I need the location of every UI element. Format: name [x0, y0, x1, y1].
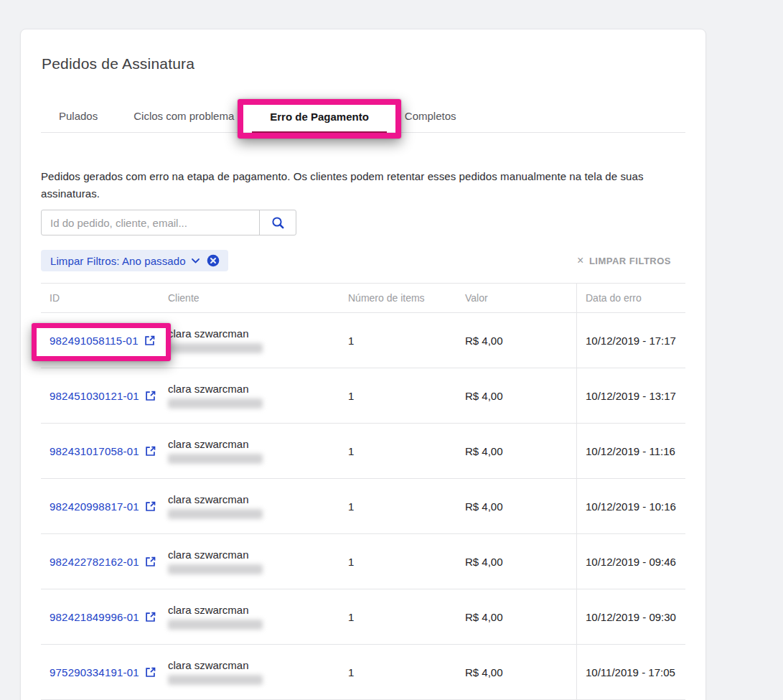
items-count: 1: [348, 645, 465, 699]
error-date: 10/12/2019 - 13:17: [576, 368, 685, 423]
order-id-link[interactable]: 982422782162-01: [50, 556, 139, 568]
column-header-cliente: Cliente: [168, 284, 348, 312]
search-input[interactable]: [42, 210, 259, 235]
page-title: Pedidos de Assinatura: [42, 55, 685, 73]
client-name: clara szwarcman: [168, 493, 249, 505]
table-header-row: ID Cliente Número de items Valor Data do…: [41, 283, 685, 313]
table-row: 982421849996-01 clara szwarcman 1 R$ 4,0…: [41, 589, 685, 645]
table-row: 982422782162-01 clara szwarcman 1 R$ 4,0…: [41, 534, 685, 589]
column-header-numero-de-items: Número de items: [348, 284, 465, 312]
client-name: clara szwarcman: [168, 549, 249, 561]
external-link-icon[interactable]: [145, 667, 156, 678]
table-body: 982491058115-01 clara szwarcman 1 R$ 4,0…: [41, 313, 685, 700]
tab-ciclos-com-problema[interactable]: Ciclos com problema: [116, 110, 252, 132]
items-count: 1: [348, 479, 465, 533]
client-name: clara szwarcman: [168, 327, 249, 340]
client-name: clara szwarcman: [168, 659, 249, 671]
order-id-link[interactable]: 982420998817-01: [50, 500, 139, 513]
order-value: R$ 4,00: [465, 368, 576, 423]
table-row: 982420998817-01 clara szwarcman 1 R$ 4,0…: [41, 479, 685, 534]
error-date: 10/12/2019 - 17:17: [576, 313, 685, 368]
table-row: 975290334191-01 clara szwarcman 1 R$ 4,0…: [41, 645, 685, 700]
client-email-redacted: [168, 675, 263, 685]
column-header-id: ID: [41, 284, 168, 312]
filter-chip-ano-passado[interactable]: Limpar Filtros: Ano passado: [41, 250, 228, 271]
tab-description: Pedidos gerados com erro na etapa de pag…: [41, 168, 685, 202]
order-id-link[interactable]: 975290334191-01: [50, 666, 139, 678]
search-box: [41, 210, 296, 235]
client-name: clara szwarcman: [168, 438, 249, 450]
order-value: R$ 4,00: [465, 589, 576, 644]
order-id-link[interactable]: 982431017058-01: [50, 445, 139, 457]
items-count: 1: [348, 368, 465, 423]
external-link-icon[interactable]: [145, 446, 156, 457]
clear-filters-label: LIMPAR FILTROS: [589, 256, 671, 266]
table-row: 982431017058-01 clara szwarcman 1 R$ 4,0…: [41, 424, 685, 479]
column-header-valor: Valor: [465, 284, 576, 312]
x-icon: ×: [577, 255, 584, 266]
error-date: 10/11/2019 - 17:05: [576, 645, 685, 699]
circle-close-icon[interactable]: [207, 254, 220, 267]
order-value: R$ 4,00: [465, 479, 576, 533]
table-row: 982491058115-01 clara szwarcman 1 R$ 4,0…: [41, 313, 685, 368]
order-id-link[interactable]: 982421849996-01: [50, 611, 139, 623]
order-value: R$ 4,00: [465, 534, 576, 589]
client-email-redacted: [168, 454, 263, 464]
tab-completos[interactable]: Completos: [387, 110, 474, 132]
order-id-link[interactable]: 982451030121-01: [50, 390, 139, 402]
client-email-redacted: [168, 620, 263, 630]
external-link-icon[interactable]: [145, 391, 156, 401]
client-name: clara szwarcman: [168, 383, 249, 395]
client-email-redacted: [168, 564, 263, 574]
tab-erro-de-pagamento[interactable]: Erro de Pagamento: [252, 111, 387, 134]
error-date: 10/12/2019 - 09:30: [576, 589, 685, 644]
items-count: 1: [348, 589, 465, 644]
external-link-icon[interactable]: [144, 335, 155, 346]
subscription-orders-card: Pedidos de Assinatura Pulados Ciclos com…: [20, 29, 706, 700]
table-row: 982451030121-01 clara szwarcman 1 R$ 4,0…: [41, 368, 685, 424]
error-date: 10/12/2019 - 09:46: [576, 534, 685, 589]
tab-erro-de-pagamento-label: Erro de Pagamento: [270, 111, 369, 123]
order-id-link[interactable]: 982491058115-01: [50, 335, 139, 347]
search-icon: [271, 216, 285, 230]
items-count: 1: [348, 534, 465, 589]
error-date: 10/12/2019 - 11:16: [576, 424, 685, 478]
order-value: R$ 4,00: [465, 424, 576, 478]
order-value: R$ 4,00: [465, 645, 576, 699]
items-count: 1: [348, 313, 465, 368]
filter-chip-label: Limpar Filtros: Ano passado: [50, 255, 186, 267]
client-email-redacted: [168, 509, 263, 519]
column-header-data-do-erro: Data do erro: [576, 284, 685, 312]
tab-pulados[interactable]: Pulados: [41, 110, 116, 132]
client-name: clara szwarcman: [168, 604, 249, 616]
items-count: 1: [348, 424, 465, 478]
orders-table: ID Cliente Número de items Valor Data do…: [41, 283, 685, 700]
order-value: R$ 4,00: [465, 313, 576, 368]
subscription-orders-page: { "page": { "title": "Pedidos de Assinat…: [0, 0, 783, 700]
external-link-icon[interactable]: [145, 501, 156, 512]
search-button[interactable]: [259, 210, 296, 235]
client-email-redacted: [168, 343, 263, 353]
error-date: 10/12/2019 - 10:16: [576, 479, 685, 533]
client-email-redacted: [168, 398, 263, 409]
chevron-down-icon[interactable]: [192, 258, 200, 263]
tab-bar: Pulados Ciclos com problema Erro de Paga…: [41, 110, 685, 133]
filter-row: Limpar Filtros: Ano passado × LIMPAR FIL…: [41, 250, 685, 271]
external-link-icon[interactable]: [145, 556, 156, 567]
external-link-icon[interactable]: [145, 612, 156, 622]
clear-filters-button[interactable]: × LIMPAR FILTROS: [577, 255, 671, 266]
